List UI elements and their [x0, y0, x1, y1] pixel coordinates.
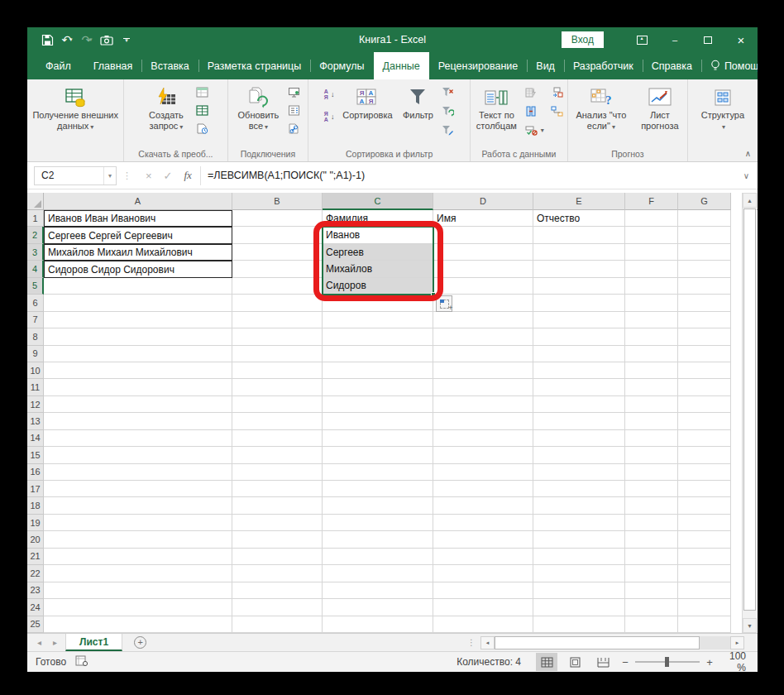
row-header-1[interactable]: 1: [27, 210, 44, 227]
tab-view[interactable]: Вид: [527, 52, 564, 79]
what-if-button[interactable]: ? Анализ "что если"▾: [570, 83, 633, 132]
cell-F10[interactable]: [625, 362, 678, 379]
cell-C4[interactable]: Михайлов: [323, 261, 433, 277]
row-header-21[interactable]: 21: [27, 549, 44, 565]
row-header-20[interactable]: 20: [27, 531, 44, 548]
cell-A1[interactable]: Иванов Иван Иванович: [44, 210, 232, 227]
cell-C6[interactable]: [323, 295, 433, 311]
cell-C5[interactable]: Сидоров: [323, 278, 433, 295]
cell-E4[interactable]: [533, 261, 625, 277]
sort-ascending-icon[interactable]: АЯ↓: [322, 86, 337, 102]
cell-B11[interactable]: [232, 379, 323, 395]
flash-fill-icon[interactable]: [523, 84, 547, 100]
cell-E24[interactable]: [533, 599, 625, 616]
outline-button[interactable]: Структура▾: [694, 83, 752, 132]
row-header-18[interactable]: 18: [27, 497, 44, 514]
autofill-options-button[interactable]: +: [436, 295, 452, 312]
cell-B15[interactable]: [232, 447, 323, 463]
tab-insert[interactable]: Вставка: [141, 52, 198, 79]
cell-F12[interactable]: [625, 396, 678, 413]
cell-A2[interactable]: Сергеев Сергей Сергеевич: [44, 227, 232, 243]
cell-B25[interactable]: [232, 616, 323, 633]
cell-F16[interactable]: [625, 464, 678, 481]
cell-F23[interactable]: [625, 582, 678, 599]
record-macro-icon[interactable]: [75, 655, 88, 669]
cell-F25[interactable]: [625, 616, 678, 633]
cell-D7[interactable]: [433, 312, 533, 328]
cell-B20[interactable]: [232, 531, 323, 548]
cell-G18[interactable]: [678, 497, 731, 514]
cell-G15[interactable]: [678, 447, 731, 463]
relationships-icon[interactable]: [548, 103, 566, 119]
cell-F18[interactable]: [625, 497, 678, 514]
cancel-icon[interactable]: ×: [146, 170, 152, 182]
cell-C23[interactable]: [323, 582, 433, 599]
row-header-25[interactable]: 25: [27, 616, 44, 633]
cell-B22[interactable]: [232, 565, 323, 582]
cell-F21[interactable]: [625, 549, 678, 565]
cell-C2-active[interactable]: Иванов: [323, 227, 433, 243]
cell-G13[interactable]: [678, 413, 731, 429]
cell-C9[interactable]: [323, 346, 433, 362]
cell-E14[interactable]: [533, 430, 625, 447]
cell-G5[interactable]: [678, 278, 731, 295]
cell-A9[interactable]: [44, 346, 232, 362]
add-sheet-icon[interactable]: +: [134, 636, 146, 649]
text-to-columns-button[interactable]: Текст по столбцам: [472, 83, 521, 132]
cell-D18[interactable]: [433, 497, 533, 514]
cell-C20[interactable]: [323, 531, 433, 548]
cell-G11[interactable]: [678, 379, 731, 395]
column-header-D[interactable]: D: [433, 193, 533, 210]
from-table-icon[interactable]: [194, 103, 211, 118]
cell-B16[interactable]: [232, 464, 323, 481]
tab-scroll-splitter[interactable]: ⋮: [462, 638, 480, 647]
tab-formulas[interactable]: Формулы: [310, 52, 373, 79]
cell-E19[interactable]: [533, 515, 625, 531]
tab-page-layout[interactable]: Разметка страницы: [198, 52, 310, 79]
cell-F7[interactable]: [625, 312, 678, 328]
vertical-scrollbar[interactable]: ▲ ▼: [742, 193, 757, 633]
cell-B18[interactable]: [232, 497, 323, 514]
undo-caret-icon[interactable]: ▾: [69, 36, 73, 43]
cell-D12[interactable]: [433, 396, 533, 413]
cell-E11[interactable]: [533, 379, 625, 395]
tab-help[interactable]: Справка: [643, 52, 701, 79]
cell-C14[interactable]: [323, 430, 433, 447]
cell-A5[interactable]: [44, 278, 232, 295]
cell-F17[interactable]: [625, 481, 678, 497]
ribbon-display-options-icon[interactable]: ▴: [625, 27, 658, 52]
row-header-10[interactable]: 10: [27, 362, 44, 379]
consolidate-icon[interactable]: [548, 84, 566, 100]
cell-B14[interactable]: [232, 430, 323, 447]
cell-E16[interactable]: [533, 464, 625, 481]
cell-E18[interactable]: [533, 497, 625, 514]
scroll-right-icon[interactable]: ►: [730, 636, 744, 649]
cell-C22[interactable]: [323, 565, 433, 582]
cell-E22[interactable]: [533, 565, 625, 582]
cell-F2[interactable]: [625, 227, 678, 243]
cell-G16[interactable]: [678, 464, 731, 481]
cell-E20[interactable]: [533, 531, 625, 548]
cell-E2[interactable]: [533, 227, 625, 243]
cell-G24[interactable]: [678, 599, 731, 616]
cell-C24[interactable]: [323, 599, 433, 616]
maximize-button[interactable]: [691, 27, 724, 52]
cell-A17[interactable]: [44, 481, 232, 497]
column-header-A[interactable]: A: [44, 193, 232, 210]
cell-F5[interactable]: [625, 278, 678, 295]
cell-A11[interactable]: [44, 379, 232, 395]
cell-A14[interactable]: [44, 430, 232, 447]
cell-C13[interactable]: [323, 413, 433, 429]
cell-E17[interactable]: [533, 481, 625, 497]
cell-G2[interactable]: [678, 227, 731, 243]
cell-D3[interactable]: [433, 244, 533, 261]
connections-icon[interactable]: [285, 84, 303, 100]
refresh-all-button[interactable]: Обновить все▾: [232, 83, 284, 132]
view-page-layout-icon[interactable]: [564, 653, 586, 671]
clear-filter-icon[interactable]: [439, 84, 457, 100]
cell-C16[interactable]: [323, 464, 433, 481]
cell-B7[interactable]: [232, 312, 323, 328]
column-header-B[interactable]: B: [232, 193, 323, 210]
cell-E10[interactable]: [533, 362, 625, 379]
properties-icon[interactable]: [285, 103, 303, 118]
